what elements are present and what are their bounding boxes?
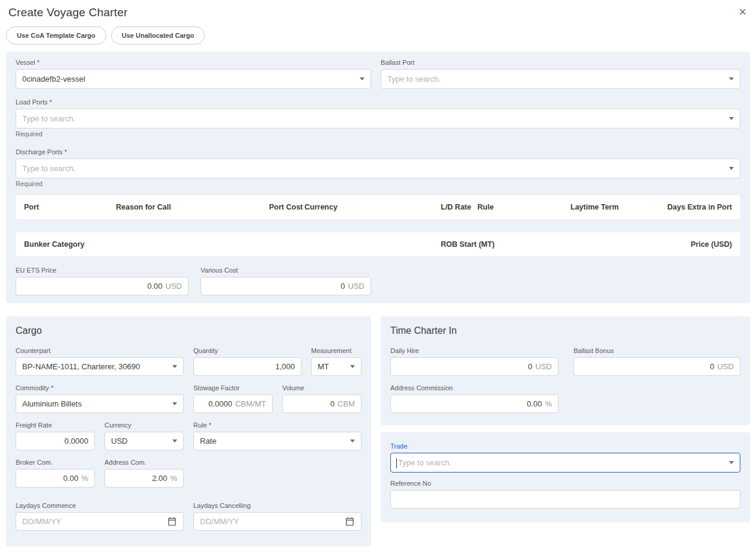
- freight-rate-field[interactable]: 0.0000: [16, 432, 95, 450]
- address-com-value: 2.00: [152, 474, 167, 483]
- various-cost-unit: USD: [348, 282, 364, 291]
- ports-table-header: Port Reason for Call Port Cost Currency …: [16, 195, 740, 220]
- ports-col-port: Port: [24, 203, 39, 211]
- broker-com-label: Broker Com.: [16, 459, 95, 466]
- commodity-label: Commodity *: [16, 384, 184, 391]
- volume-label: Volume: [282, 384, 361, 391]
- ports-col-port-cost: Port Cost: [269, 203, 303, 211]
- rule-value: Rate: [200, 437, 345, 446]
- eu-ets-price-unit: USD: [166, 282, 182, 291]
- calendar-icon[interactable]: [345, 516, 355, 527]
- ballast-port-label: Ballast Port: [381, 59, 740, 66]
- ports-col-days-extra-in-port: Days Extra in Port: [667, 203, 732, 211]
- counterpart-select[interactable]: BP-NAME-1011, Charterer, 30690: [16, 357, 184, 376]
- address-com-unit: %: [170, 474, 177, 483]
- quantity-value: 1,000: [275, 362, 295, 371]
- currency-label: Currency: [104, 422, 184, 429]
- currency-value: USD: [111, 437, 168, 446]
- counterpart-label: Counterpart: [16, 347, 184, 354]
- address-com-field[interactable]: 2.00 %: [104, 469, 184, 488]
- address-com-label: Address Com.: [104, 459, 184, 466]
- daily-hire-label: Daily Hire: [390, 347, 558, 354]
- broker-com-field[interactable]: 0.00 %: [16, 469, 95, 488]
- various-cost-field[interactable]: 0 USD: [201, 277, 371, 295]
- time-charter-in-panel: Time Charter In Daily Hire 0 USD Ballast…: [381, 316, 750, 425]
- volume-unit: CBM: [337, 399, 355, 408]
- load-ports-select[interactable]: [16, 109, 740, 128]
- vessel-value: 0cinadefb2-vessel: [22, 74, 355, 83]
- eu-ets-price-field[interactable]: 0.00 USD: [16, 277, 189, 295]
- ballast-bonus-label: Ballast Bonus: [573, 347, 740, 354]
- broker-com-value: 0.00: [63, 474, 78, 483]
- commodity-select[interactable]: Aluminium Billets: [16, 394, 184, 413]
- reference-no-input[interactable]: [397, 495, 734, 504]
- laydays-cancelling-placeholder: DD/MM/YY: [200, 517, 345, 526]
- quantity-field[interactable]: 1,000: [193, 357, 301, 376]
- calendar-icon[interactable]: [167, 516, 177, 527]
- volume-field[interactable]: 0 CBM: [282, 394, 361, 413]
- vessel-label: Vessel *: [16, 59, 371, 66]
- various-cost-value: 0: [340, 282, 345, 291]
- chevron-down-icon: [729, 461, 734, 464]
- stowage-factor-unit: CBM/MT: [235, 399, 266, 408]
- close-icon[interactable]: ×: [739, 6, 746, 18]
- ports-col-ld-rate: L/D Rate: [441, 203, 471, 211]
- cargo-heading: Cargo: [16, 325, 361, 336]
- use-coa-template-cargo-button[interactable]: Use CoA Template Cargo: [6, 26, 106, 44]
- measurement-select[interactable]: MT: [311, 357, 361, 376]
- ballast-port-select[interactable]: [381, 69, 740, 89]
- trade-input[interactable]: [397, 458, 724, 467]
- volume-value: 0: [330, 399, 334, 408]
- use-unallocated-cargo-button[interactable]: Use Unallocated Cargo: [111, 26, 205, 44]
- address-commission-label: Address Commission: [390, 384, 558, 391]
- daily-hire-field[interactable]: 0 USD: [390, 357, 558, 376]
- chevron-down-icon: [350, 440, 355, 443]
- counterpart-value: BP-NAME-1011, Charterer, 30690: [22, 362, 168, 371]
- chevron-down-icon: [172, 365, 177, 368]
- stowage-factor-label: Stowage Factor: [193, 384, 273, 391]
- ports-col-currency: Currency: [304, 203, 337, 211]
- rule-select[interactable]: Rate: [193, 432, 361, 450]
- trade-select[interactable]: [390, 453, 740, 473]
- measurement-value: MT: [318, 362, 345, 371]
- laydays-cancelling-field[interactable]: DD/MM/YY: [193, 512, 361, 531]
- laydays-cancelling-label: Laydays Cancelling: [193, 502, 361, 509]
- load-ports-input[interactable]: [22, 114, 724, 123]
- daily-hire-value: 0: [528, 362, 532, 371]
- reference-no-field[interactable]: [390, 490, 740, 509]
- discharge-ports-select[interactable]: [16, 159, 740, 178]
- address-commission-unit: %: [545, 399, 552, 408]
- bunker-col-category: Bunker Category: [24, 240, 85, 249]
- broker-com-unit: %: [81, 474, 88, 483]
- freight-rate-label: Freight Rate: [16, 422, 95, 429]
- currency-select[interactable]: USD: [104, 432, 184, 450]
- laydays-commence-field[interactable]: DD/MM/YY: [16, 512, 184, 531]
- vessel-select[interactable]: 0cinadefb2-vessel: [16, 69, 371, 89]
- address-commission-value: 0.00: [527, 399, 542, 408]
- chevron-down-icon: [172, 440, 177, 443]
- commodity-value: Aluminium Billets: [22, 399, 168, 408]
- ballast-bonus-field[interactable]: 0 USD: [573, 357, 740, 376]
- voyage-panel: Vessel * 0cinadefb2-vessel Ballast Port …: [6, 52, 750, 303]
- ports-col-rule: Rule: [477, 203, 494, 211]
- trade-label: Trade: [390, 443, 740, 450]
- trade-panel: Trade Reference No: [381, 432, 750, 522]
- load-ports-label: Load Ports *: [16, 98, 740, 106]
- chevron-down-icon: [729, 167, 734, 170]
- ballast-port-input[interactable]: [387, 74, 724, 83]
- eu-ets-price-label: EU ETS Price: [16, 267, 189, 274]
- laydays-commence-placeholder: DD/MM/YY: [22, 517, 167, 526]
- bunker-col-rob-start: ROB Start (MT): [441, 240, 495, 249]
- ports-col-laytime-term: Laytime Term: [570, 203, 618, 211]
- measurement-label: Measurement: [311, 347, 361, 354]
- dialog-header: Create Voyage Charter ×: [0, 0, 756, 23]
- chevron-down-icon: [729, 77, 734, 80]
- stowage-factor-field[interactable]: 0.0000 CBM/MT: [193, 394, 273, 413]
- chevron-down-icon: [350, 365, 355, 368]
- address-commission-field[interactable]: 0.00 %: [390, 394, 558, 413]
- ballast-bonus-value: 0: [710, 362, 714, 371]
- rule-label: Rule *: [193, 422, 361, 429]
- daily-hire-unit: USD: [536, 362, 552, 371]
- discharge-ports-input[interactable]: [22, 164, 724, 173]
- chip-row: Use CoA Template Cargo Use Unallocated C…: [0, 23, 756, 52]
